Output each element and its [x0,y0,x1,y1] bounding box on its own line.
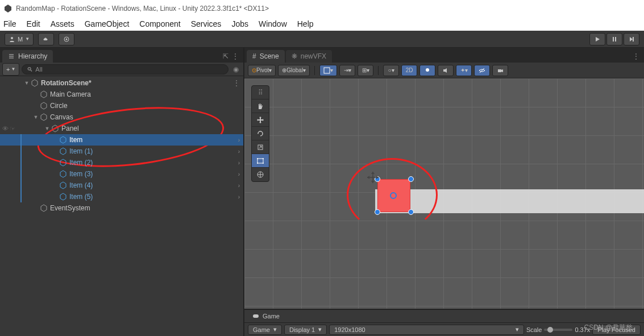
window-title: RandomMap - RotationScene - Windows, Mac… [16,5,269,13]
svg-point-33 [257,158,258,159]
gamepad-icon [252,313,259,319]
visibility-icon[interactable]: 👁︎ [2,125,9,132]
menu-component[interactable]: Component [139,19,180,28]
cube-icon [40,113,48,121]
move-tool[interactable] [252,113,269,127]
menu-file[interactable]: File [3,19,16,28]
menu-help[interactable]: Help [297,19,314,28]
menu-assets[interactable]: Assets [51,19,74,28]
play-mode-dropdown[interactable]: Play Focused [592,325,641,335]
hierarchy-tree[interactable]: ▼ RotationScene* ⋮ Main Camera Circle ▼ … [0,76,243,336]
scene-tab[interactable]: # Scene [247,50,285,63]
newvfx-tab[interactable]: ❋ newVFX [286,50,332,63]
dd-label: Play Focused [597,326,635,333]
rotate-icon [256,130,264,138]
menu-jobs[interactable]: Jobs [231,19,248,28]
camera-icon [497,67,504,74]
lighting-toggle[interactable] [419,65,435,76]
fx-toggle[interactable]: ✦▾ [456,65,472,76]
rotate-tool[interactable] [252,127,269,140]
hierarchy-tab[interactable]: Hierarchy [2,50,53,63]
snap-increment-button[interactable]: ⇥ ▾ [339,65,355,76]
play-button[interactable] [589,33,605,45]
dd-label: 1920x1080 [334,326,365,333]
chevron-right-icon: › [238,137,240,143]
hierarchy-search[interactable]: 🔍︎ All [22,64,228,74]
search-icon: 🔍︎ [27,66,33,73]
hierarchy-item-item[interactable]: Item › [0,134,243,146]
scale-label: Scale [526,326,542,333]
hierarchy-item-circle[interactable]: Circle [0,100,243,111]
circle-icon: ○ [388,67,392,73]
game-view-dropdown[interactable]: Game ▾ [248,325,282,335]
svg-marker-29 [501,69,503,72]
hierarchy-item-panel[interactable]: 👁︎☞ ▼ Panel [0,123,243,134]
eye-off-icon [479,67,485,74]
rect-tool[interactable] [252,154,269,168]
menu-services[interactable]: Services [191,19,222,28]
space-label: Global [286,67,303,73]
scene-root[interactable]: ▼ RotationScene* ⋮ [0,77,243,89]
svg-point-1 [11,37,13,39]
hierarchy-item-item5[interactable]: Item (5) › [0,191,243,202]
pickable-icon[interactable]: ☞ [10,125,15,132]
menu-window[interactable]: Window [259,19,287,28]
rect-handle[interactable] [408,176,414,182]
menu-edit[interactable]: Edit [27,19,40,28]
2d-toggle[interactable]: 2D [401,65,417,76]
drag-handle[interactable]: ⠿ [252,86,269,99]
chevron-right-icon: › [238,148,240,155]
item-label: Item (5) [69,193,93,201]
search-filter-icon[interactable]: ◉ [231,65,241,73]
transform-tool[interactable] [252,168,269,181]
rect-handle[interactable] [375,209,380,215]
hierarchy-item-eventsystem[interactable]: EventSystem [0,202,243,214]
scale-slider[interactable] [544,329,572,331]
hierarchy-item-canvas[interactable]: ▼ Canvas [0,111,243,123]
hierarchy-item-item2[interactable]: Item (2) › [0,157,243,168]
add-button[interactable]: +▼ [2,63,19,76]
panel-menu-icon[interactable]: ⋮ [232,52,239,60]
cloud-button[interactable] [38,33,54,45]
anchor-gizmo[interactable] [365,169,381,185]
pause-button[interactable] [606,33,622,45]
hierarchy-item-item3[interactable]: Item (3) › [0,168,243,180]
chevron-right-icon: › [238,171,240,177]
step-button[interactable] [624,33,639,45]
menu-gameobject[interactable]: GameObject [85,19,130,28]
settings-button[interactable] [59,33,74,45]
pivot-handle[interactable] [390,192,397,199]
cube-icon [40,90,48,98]
hierarchy-item-item4[interactable]: Item (4) › [0,180,243,191]
display-dropdown[interactable]: Display 1 ▾ [284,325,327,335]
svg-marker-15 [41,114,47,121]
svg-marker-13 [41,91,47,98]
grid-snap-button[interactable]: ▾ [319,65,337,76]
item-label: Item (1) [69,147,93,155]
game-tab[interactable]: Game [247,310,285,322]
hidden-toggle[interactable] [474,65,490,76]
pivot-dropdown[interactable]: ⊙Pivot ▾ [248,65,276,76]
svg-line-27 [480,68,484,73]
detach-icon[interactable]: ⇱ [223,52,228,60]
account-button[interactable]: M ▼ [5,33,34,45]
panel-menu-icon[interactable]: ⋮ [633,52,639,60]
draw-mode-button[interactable]: ○▾ [383,65,399,76]
space-dropdown[interactable]: ⊕Global ▾ [278,65,310,76]
resolution-dropdown[interactable]: 1920x1080▾ [329,325,524,335]
camera-button[interactable] [492,65,508,76]
scene-viewport[interactable]: ⠿ [244,78,644,309]
audio-toggle[interactable] [438,65,454,76]
rect-handle[interactable] [408,209,414,215]
scale-tool[interactable] [252,140,269,154]
hand-tool[interactable] [252,99,269,113]
svg-rect-8 [633,37,634,42]
item-label: Item (2) [69,159,93,167]
2d-label: 2D [406,67,413,73]
hierarchy-item-item1[interactable]: Item (1) › [0,146,243,157]
scene-menu-icon[interactable]: ⋮ [233,79,240,87]
pivot-label: Pivot [256,67,269,73]
grid-visibility-button[interactable]: ⊞ ▾ [358,65,373,76]
svg-marker-42 [367,176,369,179]
hierarchy-item-camera[interactable]: Main Camera [0,89,243,100]
